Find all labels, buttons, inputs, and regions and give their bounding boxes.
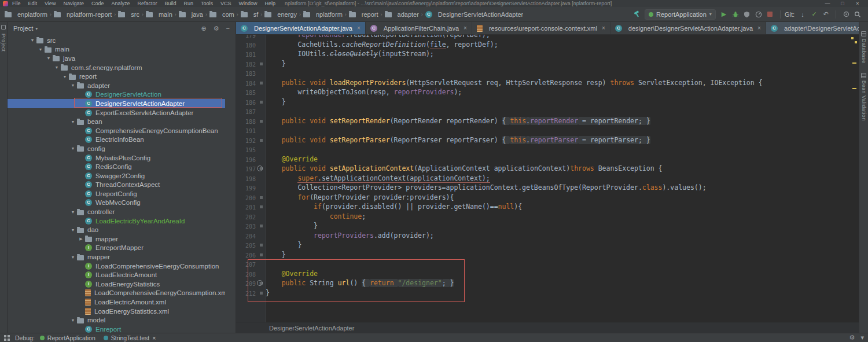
- tree-item-report[interactable]: ▼report: [8, 72, 225, 81]
- menu-edit[interactable]: Edit: [28, 1, 38, 6]
- tool-windows-grid-icon[interactable]: [4, 335, 10, 341]
- tree-item-com.sf.energy.nplatform[interactable]: ▼com.sf.energy.nplatform: [8, 63, 225, 72]
- minimize-button[interactable]: —: [820, 1, 835, 6]
- menu-analyze[interactable]: Analyze: [111, 1, 130, 6]
- line-number[interactable]: 203: [236, 221, 256, 231]
- fold-marker-icon[interactable]: [260, 82, 263, 84]
- tool-window-button-database[interactable]: Database: [861, 31, 867, 64]
- tree-item-LoadEnergyStatistics.xml[interactable]: LoadEnergyStatistics.xml: [8, 307, 225, 316]
- stop-button[interactable]: [764, 9, 776, 20]
- fold-marker-icon[interactable]: [260, 292, 263, 295]
- menu-navigate[interactable]: Navigate: [63, 1, 84, 6]
- line-number[interactable]: 197: [236, 164, 256, 174]
- breadcrumb-item[interactable]: CDesignerServletActionAdapter: [425, 11, 523, 18]
- line-number[interactable]: 188: [236, 116, 256, 126]
- fold-marker-icon[interactable]: [260, 62, 263, 65]
- code-editor[interactable]: 179reportRender.rebuildReportDefinition(…: [236, 35, 859, 322]
- tree-item-model[interactable]: ▼model: [8, 315, 225, 325]
- tree-expand-icon[interactable]: ▼: [69, 210, 77, 214]
- line-number[interactable]: 207: [236, 259, 256, 269]
- tree-expand-icon[interactable]: ▼: [69, 255, 77, 259]
- code-text[interactable]: if(provider.disabled() || provider.getNa…: [266, 202, 859, 212]
- code-line-209[interactable]: 209↑public String url() { return "/desig…: [236, 278, 859, 288]
- line-number[interactable]: 202: [236, 212, 256, 222]
- code-line-200[interactable]: 200for(ReportProvider provider:providers…: [236, 193, 859, 203]
- menu-code[interactable]: Code: [91, 1, 104, 6]
- git-commit-icon[interactable]: ✓: [808, 9, 820, 20]
- error-stripe-mark[interactable]: [855, 41, 857, 43]
- breadcrumb-item[interactable]: src: [118, 11, 139, 18]
- menu-refactor[interactable]: Refactor: [137, 1, 157, 6]
- git-update-icon[interactable]: ↓: [797, 9, 808, 20]
- code-line-198[interactable]: 198super.setApplicationContext(applicati…: [236, 174, 859, 183]
- breadcrumb-item[interactable]: enplatform: [5, 11, 47, 18]
- tree-expand-icon[interactable]: ▼: [53, 65, 61, 69]
- line-number[interactable]: 180: [236, 40, 256, 50]
- hide-panel-icon[interactable]: −: [226, 25, 230, 32]
- code-line-207[interactable]: 207: [236, 259, 859, 269]
- tree-item-bean[interactable]: ▼bean: [8, 117, 225, 126]
- line-number[interactable]: 191: [236, 126, 256, 135]
- code-text[interactable]: }: [266, 240, 859, 250]
- tree-item-DesignerServletAction[interactable]: CDesignerServletAction: [8, 90, 225, 100]
- fold-marker-icon[interactable]: [260, 139, 263, 142]
- fold-marker-icon[interactable]: [260, 101, 263, 104]
- menu-run[interactable]: Run: [184, 1, 194, 6]
- code-line-197[interactable]: 197↑public void setApplicationContext(Ap…: [236, 164, 859, 174]
- debug-tab-StringTest.test[interactable]: StringTest.test×: [104, 334, 156, 341]
- fold-marker-icon[interactable]: [260, 205, 263, 208]
- tree-item-adapter[interactable]: ▼adapter: [8, 81, 225, 90]
- tree-item-UreportConfig[interactable]: CUreportConfig: [8, 189, 225, 198]
- tree-expand-icon[interactable]: ▼: [69, 83, 77, 87]
- breadcrumb-item[interactable]: energy: [264, 11, 297, 18]
- line-number[interactable]: 206: [236, 250, 256, 260]
- close-button[interactable]: ×: [850, 1, 865, 6]
- code-line-186[interactable]: 186}: [236, 97, 859, 107]
- project-panel-title[interactable]: Project: [13, 25, 33, 32]
- code-text[interactable]: [266, 106, 859, 116]
- breadcrumb-item[interactable]: sf: [241, 11, 259, 18]
- tree-expand-icon[interactable]: ▼: [69, 120, 77, 124]
- tree-item-main[interactable]: ▼main: [8, 45, 225, 54]
- tree-item-ElectricInfoBean[interactable]: CElectricInfoBean: [8, 135, 225, 145]
- code-line-204[interactable]: 204reportProviders.add(provider);: [236, 231, 859, 241]
- code-line-181[interactable]: 181IOUtils.closeQuietly(inputStream);: [236, 49, 859, 59]
- line-number[interactable]: 185: [236, 87, 256, 97]
- breadcrumb-item[interactable]: com: [209, 11, 234, 18]
- close-tab-icon[interactable]: ×: [602, 25, 605, 31]
- code-text[interactable]: continue;: [266, 212, 859, 222]
- tree-item-mapper[interactable]: ▶mapper: [8, 234, 225, 244]
- menu-file[interactable]: File: [12, 1, 21, 6]
- code-text[interactable]: }: [266, 97, 859, 107]
- code-text[interactable]: [266, 68, 859, 78]
- line-number[interactable]: 183: [236, 68, 256, 78]
- tree-item-ComprehensiveEnergyConsumptionBean[interactable]: CComprehensiveEnergyConsumptionBean: [8, 126, 225, 135]
- code-line-208[interactable]: 208@Override: [236, 269, 859, 279]
- code-text[interactable]: reportRender.rebuildReportDefinition(rep…: [266, 35, 859, 40]
- code-text[interactable]: public String url() { return "/designer"…: [266, 278, 859, 288]
- fold-marker-icon[interactable]: [260, 244, 263, 247]
- tree-expand-icon[interactable]: ▼: [69, 228, 77, 232]
- override-gutter-icon[interactable]: ↑: [257, 280, 263, 286]
- line-number[interactable]: 201: [236, 202, 256, 212]
- tree-item-LoadElectricByYearAndAreaId[interactable]: CLoadElectricByYearAndAreaId: [8, 216, 225, 226]
- tree-expand-icon[interactable]: ▼: [45, 56, 53, 60]
- line-number[interactable]: 205: [236, 240, 256, 250]
- breadcrumb-item[interactable]: report: [349, 11, 378, 18]
- error-stripe-mark[interactable]: [852, 88, 856, 89]
- code-text[interactable]: CacheUtils.cacheReportDefinition(file, r…: [266, 40, 859, 50]
- breadcrumb-item[interactable]: nplatform: [303, 11, 343, 18]
- code-line-191[interactable]: 191: [236, 126, 859, 135]
- code-text[interactable]: [266, 126, 859, 135]
- code-text[interactable]: public void setApplicationContext(Applic…: [266, 164, 859, 174]
- code-line-182[interactable]: 182}: [236, 59, 859, 69]
- line-number[interactable]: 182: [236, 59, 256, 69]
- code-text[interactable]: public void loadReportProviders(HttpServ…: [266, 78, 859, 88]
- tree-item-Enreport[interactable]: CEnreport: [8, 325, 225, 333]
- line-number[interactable]: 181: [236, 49, 256, 59]
- tool-window-button-bean-validation[interactable]: Bean Validation: [861, 73, 867, 121]
- code-line-183[interactable]: 183: [236, 68, 859, 78]
- breadcrumb-item[interactable]: nplatform-report: [54, 11, 112, 18]
- run-config-selector[interactable]: ReportApplication ▾: [645, 9, 716, 20]
- search-everywhere-icon[interactable]: [852, 9, 863, 20]
